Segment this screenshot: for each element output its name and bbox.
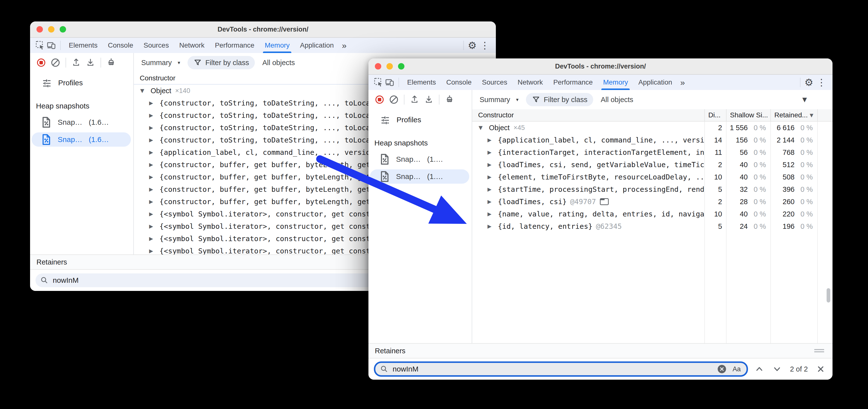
- disclosure-closed-icon[interactable]: ▶: [488, 137, 498, 143]
- device-toolbar-icon[interactable]: [46, 40, 57, 51]
- retainers-section-header[interactable]: Retainers: [368, 343, 833, 358]
- perspective-select[interactable]: Summary ▾: [141, 59, 180, 67]
- inspect-element-icon[interactable]: [34, 40, 46, 51]
- disclosure-closed-icon[interactable]: ▶: [149, 236, 159, 242]
- heap-grid-row[interactable]: ▶ {element, timeToFirstByte, resourceLoa…: [472, 171, 833, 183]
- clean-garbage-broom-icon[interactable]: [444, 94, 455, 105]
- tab-elements[interactable]: Elements: [402, 75, 441, 90]
- disclosure-open-icon[interactable]: ▼: [140, 88, 151, 94]
- search-input[interactable]: nowInM Aa: [374, 361, 748, 377]
- column-header-retained-size[interactable]: Retained... ▼: [770, 109, 817, 121]
- pane-menu-icon[interactable]: [812, 348, 826, 353]
- heap-grid-row[interactable]: ▶ {startTime, processingStart, processin…: [472, 183, 833, 196]
- tab-application[interactable]: Application: [295, 38, 339, 53]
- disclosure-closed-icon[interactable]: ▶: [149, 100, 159, 106]
- inspect-element-icon[interactable]: [373, 77, 384, 88]
- save-profile-icon[interactable]: [85, 57, 96, 68]
- tab-performance[interactable]: Performance: [210, 38, 259, 53]
- disclosure-closed-icon[interactable]: ▶: [149, 248, 159, 254]
- heap-grid-row[interactable]: ▶ {loadTimes, csi} @49707 2 280 % 2600 %: [472, 196, 833, 208]
- disclosure-closed-icon[interactable]: ▶: [149, 174, 159, 180]
- close-search-icon[interactable]: [814, 363, 827, 376]
- heap-grid-row[interactable]: ▶ {application_label, cl, command_line, …: [472, 134, 833, 146]
- sidebar-item-profiles[interactable]: Profiles: [368, 112, 472, 127]
- previous-match-button[interactable]: [753, 363, 766, 376]
- vertical-scrollbar-thumb[interactable]: [827, 288, 830, 302]
- titlebar[interactable]: DevTools - chrome://version/: [368, 58, 833, 75]
- column-header-shallow-size[interactable]: Shallow Si...: [726, 109, 770, 121]
- snapshot-list-item[interactable]: Snap… (1.6…: [32, 115, 131, 129]
- snapshot-list-item[interactable]: Snap… (1.…: [370, 152, 469, 167]
- disclosure-closed-icon[interactable]: ▶: [149, 112, 159, 118]
- clear-profiles-icon[interactable]: [388, 94, 400, 105]
- tab-memory[interactable]: Memory: [259, 38, 295, 53]
- kebab-menu-icon[interactable]: ⋮: [477, 40, 492, 51]
- chevron-down-icon[interactable]: ▼: [802, 96, 807, 103]
- disclosure-closed-icon[interactable]: ▶: [488, 211, 498, 217]
- perspective-select[interactable]: Summary ▾: [479, 96, 519, 104]
- titlebar[interactable]: DevTools - chrome://version/: [30, 22, 496, 38]
- disclosure-closed-icon[interactable]: ▶: [149, 223, 159, 229]
- tab-application[interactable]: Application: [633, 75, 677, 90]
- disclosure-open-icon[interactable]: ▼: [478, 125, 489, 131]
- settings-gear-icon[interactable]: ⚙: [804, 77, 813, 88]
- tab-memory[interactable]: Memory: [598, 75, 633, 90]
- more-tabs-button[interactable]: »: [339, 38, 349, 53]
- heap-grid-row[interactable]: ▶ {name, value, rating, delta, entries, …: [472, 208, 833, 220]
- zoom-window-button[interactable]: [398, 63, 404, 69]
- disclosure-closed-icon[interactable]: ▶: [149, 137, 159, 143]
- save-profile-icon[interactable]: [423, 94, 434, 105]
- disclosure-closed-icon[interactable]: ▶: [149, 125, 159, 131]
- disclosure-closed-icon[interactable]: ▶: [488, 174, 498, 180]
- disclosure-closed-icon[interactable]: ▶: [149, 199, 159, 205]
- device-toolbar-icon[interactable]: [384, 77, 396, 88]
- heap-grid-row[interactable]: ▶ {id, latency, entries} @62345 5 240 % …: [472, 220, 833, 232]
- tab-performance[interactable]: Performance: [548, 75, 598, 90]
- kebab-menu-icon[interactable]: ⋮: [814, 77, 829, 88]
- tab-network[interactable]: Network: [513, 75, 548, 90]
- snapshot-list-item[interactable]: Snap… (1.6…: [32, 133, 131, 147]
- close-window-button[interactable]: [36, 26, 43, 33]
- clear-profiles-icon[interactable]: [50, 57, 61, 68]
- tab-console[interactable]: Console: [103, 38, 138, 53]
- record-heap-snapshot-icon[interactable]: [374, 94, 385, 105]
- record-heap-snapshot-icon[interactable]: [35, 57, 47, 68]
- clean-garbage-broom-icon[interactable]: [105, 57, 117, 68]
- heap-grid-row[interactable]: ▶ {interactionTarget, interactionTargetE…: [472, 146, 833, 158]
- load-profile-icon[interactable]: [70, 57, 82, 68]
- minimize-window-button[interactable]: [386, 63, 393, 69]
- snapshot-list-item[interactable]: Snap… (1.…: [370, 169, 469, 184]
- zoom-window-button[interactable]: [60, 26, 66, 33]
- load-profile-icon[interactable]: [409, 94, 420, 105]
- clear-search-icon[interactable]: [717, 364, 727, 374]
- class-filter-input[interactable]: Filter by class: [188, 56, 255, 69]
- heap-grid-row[interactable]: ▶ {loadTimes, csi, send, getVariableValu…: [472, 158, 833, 171]
- close-window-button[interactable]: [375, 63, 381, 69]
- minimize-window-button[interactable]: [48, 26, 55, 33]
- heap-grid-row-object-root[interactable]: ▼ Object ×45 2 1 5560 % 6 6160 %: [472, 121, 833, 134]
- tab-sources[interactable]: Sources: [477, 75, 513, 90]
- objects-scope-select[interactable]: All objects: [262, 59, 295, 67]
- objects-scope-select[interactable]: All objects: [600, 96, 633, 104]
- class-filter-input[interactable]: Filter by class: [526, 93, 593, 106]
- disclosure-closed-icon[interactable]: ▶: [149, 149, 159, 155]
- column-header-distance[interactable]: Di...: [704, 109, 726, 121]
- disclosure-closed-icon[interactable]: ▶: [149, 211, 159, 217]
- tab-network[interactable]: Network: [174, 38, 210, 53]
- tab-sources[interactable]: Sources: [138, 38, 174, 53]
- tab-console[interactable]: Console: [441, 75, 477, 90]
- column-header-constructor[interactable]: Constructor: [472, 109, 704, 121]
- sidebar-item-profiles[interactable]: Profiles: [30, 75, 133, 90]
- next-match-button[interactable]: [771, 363, 783, 376]
- disclosure-closed-icon[interactable]: ▶: [488, 199, 498, 205]
- tab-elements[interactable]: Elements: [64, 38, 103, 53]
- disclosure-closed-icon[interactable]: ▶: [488, 186, 498, 192]
- settings-gear-icon[interactable]: ⚙: [468, 40, 477, 51]
- disclosure-closed-icon[interactable]: ▶: [488, 162, 498, 168]
- disclosure-closed-icon[interactable]: ▶: [488, 223, 498, 229]
- more-tabs-button[interactable]: »: [677, 75, 688, 90]
- disclosure-closed-icon[interactable]: ▶: [149, 186, 159, 192]
- disclosure-closed-icon[interactable]: ▶: [488, 149, 498, 155]
- disclosure-closed-icon[interactable]: ▶: [149, 162, 159, 168]
- match-case-button[interactable]: Aa: [731, 366, 742, 373]
